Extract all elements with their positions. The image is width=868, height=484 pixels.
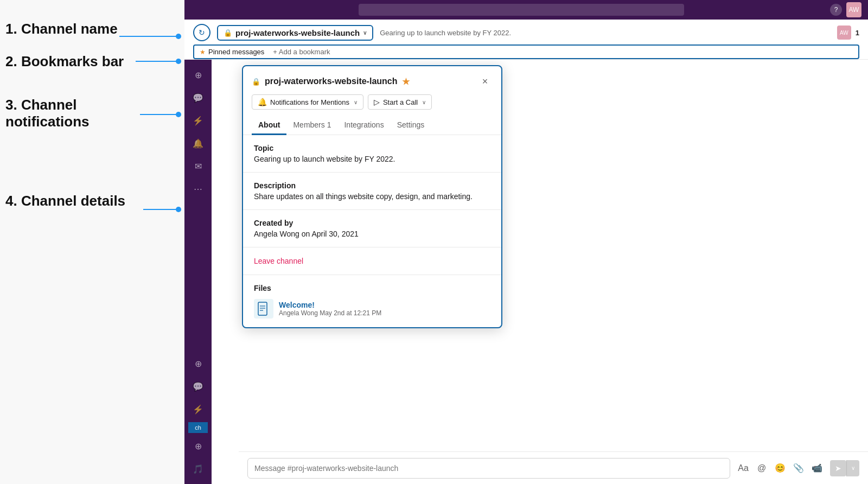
tab-about[interactable]: About [252, 116, 286, 135]
tab-members[interactable]: Members 1 [286, 116, 337, 135]
topic-section: Topic Gearing up to launch website by FY… [243, 135, 501, 173]
created-by-section: Created by Angela Wong on April 30, 2021 [243, 210, 501, 247]
annotation-1: 1. Channel name [5, 21, 118, 37]
annotation-3-dot [176, 112, 181, 117]
attachment-icon[interactable]: 📎 [791, 461, 806, 476]
add-bookmark-button[interactable]: + Add a bookmark [273, 48, 330, 56]
call-chevron: ∨ [422, 99, 426, 105]
description-value: Share updates on all things website copy… [254, 192, 490, 201]
panel-title: 🔒 proj-waterworks-website-launch ★ [252, 77, 410, 87]
panel-lock-icon: 🔒 [252, 78, 260, 86]
panel-star-icon[interactable]: ★ [402, 77, 410, 87]
annotation-1-line [119, 36, 178, 37]
leave-channel-link[interactable]: Leave channel [254, 257, 303, 265]
sidebar-icon-notifications[interactable]: 🔔 [188, 133, 208, 153]
sidebar-icon-home[interactable]: ⊕ [188, 65, 208, 85]
annotation-2-line [136, 61, 178, 62]
channel-name-button[interactable]: 🔒 proj-waterworks-website-launch ∨ [217, 25, 373, 41]
files-section: Files Welcome! [243, 275, 501, 327]
notifications-label: Notifications for Mentions [270, 98, 349, 106]
send-options-button[interactable]: ∨ [846, 460, 859, 476]
sidebar-icon-bottom-4[interactable]: ⊕ [188, 436, 208, 456]
tab-settings[interactable]: Settings [391, 116, 431, 135]
topic-label: Topic [254, 144, 490, 152]
annotation-2: 2. Bookmarks bar [5, 53, 124, 70]
annotation-4-dot [176, 207, 181, 212]
channel-topic: Gearing up to launch website by FY 2022. [380, 29, 831, 37]
file-meta: Angela Wong May 2nd at 12:21 PM [279, 309, 381, 317]
svg-rect-0 [258, 302, 267, 315]
message-input[interactable] [247, 458, 730, 479]
annotation-3: 3. Channel notifications [5, 97, 90, 130]
file-name[interactable]: Welcome! [279, 301, 381, 309]
created-by-value: Angela Wong on April 30, 2021 [254, 230, 490, 238]
sidebar-icon-bottom-5[interactable]: 🎵 [188, 459, 208, 479]
panel-title-text: proj-waterworks-website-launch [265, 77, 398, 86]
call-label: Start a Call [383, 98, 418, 106]
channel-detail-panel: 🔒 proj-waterworks-website-launch ★ × 🔔 N… [242, 65, 502, 328]
sidebar-channel-current[interactable]: ch [188, 422, 208, 433]
send-button[interactable]: ➤ [830, 460, 846, 476]
description-section: Description Share updates on all things … [243, 173, 501, 210]
emoji-icon[interactable]: 😊 [773, 461, 788, 476]
sidebar-icon-bottom-1[interactable]: ⊕ [188, 354, 208, 373]
sidebar-icon-dms[interactable]: ✉ [188, 156, 208, 176]
annotation-2-dot [176, 59, 181, 64]
channel-lock-icon: 🔒 [224, 29, 232, 37]
video-icon: ▷ [374, 98, 380, 106]
add-bookmark-label: + Add a bookmark [273, 48, 330, 56]
search-bar[interactable] [359, 4, 684, 16]
sidebar-icon-bottom-2[interactable]: 💬 [188, 377, 208, 396]
top-bar: ? AW [184, 0, 868, 20]
send-button-group: ➤ ∨ [830, 460, 859, 476]
mention-icon[interactable]: @ [754, 461, 769, 476]
start-call-button[interactable]: ▷ Start a Call ∨ [368, 94, 432, 110]
pinned-messages-link[interactable]: ★ Pinned messages [200, 48, 264, 56]
file-info: Welcome! Angela Wong May 2nd at 12:21 PM [279, 301, 381, 317]
files-title: Files [254, 284, 490, 292]
notifications-chevron: ∨ [354, 99, 358, 105]
top-bar-right: ? AW [830, 2, 861, 17]
notifications-button[interactable]: 🔔 Notifications for Mentions ∨ [252, 94, 363, 110]
pin-icon: ★ [200, 48, 206, 56]
chat-area: 🔒 proj-waterworks-website-launch ★ × 🔔 N… [212, 60, 868, 484]
channel-header-row1: ↻ 🔒 proj-waterworks-website-launch ∨ Gea… [193, 24, 859, 44]
video-message-icon[interactable]: 📹 [809, 461, 825, 476]
sidebar-icon-messages[interactable]: 💬 [188, 88, 208, 107]
member-count: 1 [856, 29, 859, 37]
panel-close-button[interactable]: × [477, 74, 493, 89]
channel-name-text: proj-waterworks-website-launch [235, 28, 360, 37]
file-item: Welcome! Angela Wong May 2nd at 12:21 PM [254, 299, 490, 319]
topic-value: Gearing up to launch website by FY 2022. [254, 155, 490, 163]
panel-header: 🔒 proj-waterworks-website-launch ★ × [243, 66, 501, 94]
member-avatar[interactable]: AW [837, 26, 851, 40]
annotation-4: 4. Channel details [5, 193, 125, 209]
sidebar-icon-activity[interactable]: ⚡ [188, 111, 208, 130]
annotation-4-line [143, 209, 178, 210]
channel-header: ↻ 🔒 proj-waterworks-website-launch ∨ Gea… [184, 20, 868, 60]
leave-channel-section: Leave channel [243, 247, 501, 275]
file-type-icon [254, 299, 273, 319]
sidebar-icon-bottom-3[interactable]: ⚡ [188, 399, 208, 419]
toolbar-icons: Aa @ 😊 📎 📹 [736, 461, 825, 476]
panel-actions: 🔔 Notifications for Mentions ∨ ▷ Start a… [243, 94, 501, 116]
text-format-icon[interactable]: Aa [736, 461, 751, 476]
panel-content: Topic Gearing up to launch website by FY… [243, 135, 501, 327]
message-bar: Aa @ 😊 📎 📹 ➤ ∨ [239, 451, 868, 484]
sidebar: ⊕ 💬 ⚡ 🔔 ✉ ⋯ ⊕ 💬 ⚡ ch ⊕ 🎵 [184, 60, 212, 484]
app-container: ? AW ↻ 🔒 proj-waterworks-website-launch … [184, 0, 868, 484]
annotation-1-dot [176, 34, 181, 39]
user-avatar[interactable]: AW [846, 2, 861, 17]
pinned-messages-label: Pinned messages [208, 48, 264, 56]
panel-tabs: About Members 1 Integrations Settings [243, 116, 501, 135]
tab-integrations[interactable]: Integrations [337, 116, 390, 135]
description-label: Description [254, 181, 490, 190]
sidebar-icon-more[interactable]: ⋯ [188, 179, 208, 199]
main-area: ⊕ 💬 ⚡ 🔔 ✉ ⋯ ⊕ 💬 ⚡ ch ⊕ 🎵 🔒 [184, 60, 868, 484]
bell-icon: 🔔 [258, 98, 267, 106]
header-right: AW 1 [837, 26, 859, 40]
annotations-overlay: 1. Channel name 2. Bookmarks bar 3. Chan… [0, 0, 184, 484]
annotation-3-line [140, 114, 178, 115]
channel-refresh-icon[interactable]: ↻ [193, 24, 210, 41]
help-icon[interactable]: ? [830, 4, 842, 16]
